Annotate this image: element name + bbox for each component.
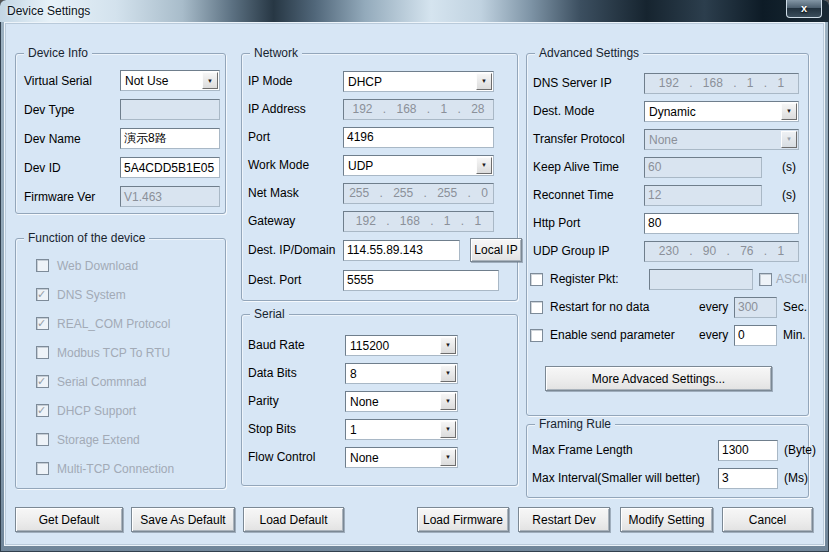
reconnet-unit: (s): [782, 188, 796, 202]
baud-rate-select[interactable]: 115200 ▼: [345, 335, 458, 356]
work-mode-select[interactable]: UDP ▼: [343, 155, 494, 176]
function-label: REAL_COM Protocol: [57, 317, 170, 331]
udp-group-field: 230 . 90 . 76 . 1: [644, 241, 799, 262]
function-item: ✓ Modbus TCP To RTU: [36, 338, 225, 367]
register-pkt-label: Register Pkt:: [550, 272, 619, 286]
chevron-down-icon: ▼: [781, 131, 797, 148]
dev-type-field: [120, 99, 220, 120]
chevron-down-icon[interactable]: ▼: [440, 393, 456, 410]
max-interval-input[interactable]: [718, 468, 778, 489]
title-bar[interactable]: Device Settings x: [0, 0, 829, 22]
baud-rate-value: 115200: [350, 339, 389, 353]
virtual-serial-value: Not Use: [125, 74, 168, 88]
function-item: ✓ Multi-TCP Connection: [36, 454, 225, 483]
work-mode-value: UDP: [348, 159, 373, 173]
parity-row: Parity None ▼: [248, 387, 517, 415]
checkbox: ✓: [36, 288, 49, 301]
function-item: ✓ DHCP Support: [36, 396, 225, 425]
work-mode-label: Work Mode: [248, 158, 343, 172]
http-port-input[interactable]: [644, 213, 799, 234]
dev-name-label: Dev Name: [24, 132, 120, 146]
load-firmware-button[interactable]: Load Firmware: [417, 507, 509, 532]
stop-bits-label: Stop Bits: [248, 422, 345, 436]
max-interval-row: Max Interval(Smaller will better) (Ms): [532, 464, 808, 492]
firmware-row: Firmware Ver V1.463: [24, 182, 225, 211]
restart-no-data-row: ✓ Restart for no data every 300 Sec.: [533, 293, 808, 321]
send-parameter-checkbox[interactable]: ✓: [530, 329, 543, 342]
stop-bits-value: 1: [350, 423, 357, 437]
ip-mode-select[interactable]: DHCP ▼: [343, 71, 494, 92]
net-mask-row: Net Mask 255 . 255 . 255 . 0: [248, 179, 517, 207]
virtual-serial-select[interactable]: Not Use ▼: [120, 70, 220, 91]
restart-no-data-label: Restart for no data: [550, 300, 649, 314]
close-icon[interactable]: x: [786, 0, 822, 18]
ip-mode-value: DHCP: [348, 75, 382, 89]
parity-value: None: [350, 395, 379, 409]
reconnet-field: 12: [644, 185, 762, 206]
firmware-label: Firmware Ver: [24, 190, 120, 204]
checkbox: ✓: [36, 433, 49, 446]
data-bits-row: Data Bits 8 ▼: [248, 359, 517, 387]
transfer-protocol-row: Transfer Protocol None ▼: [533, 125, 808, 153]
chevron-down-icon[interactable]: ▼: [440, 365, 456, 382]
get-default-button[interactable]: Get Default: [15, 507, 123, 532]
virtual-serial-label: Virtual Serial: [24, 74, 120, 88]
chevron-down-icon[interactable]: ▼: [440, 337, 456, 354]
register-pkt-checkbox[interactable]: ✓: [530, 273, 543, 286]
dest-port-row: Dest. Port: [248, 265, 517, 295]
chevron-down-icon[interactable]: ▼: [476, 157, 492, 174]
stop-bits-select[interactable]: 1 ▼: [345, 419, 458, 440]
chevron-down-icon[interactable]: ▼: [202, 72, 218, 89]
dest-ip-row: Dest. IP/Domain Local IP: [248, 235, 517, 265]
chevron-down-icon[interactable]: ▼: [440, 421, 456, 438]
chevron-down-icon[interactable]: ▼: [440, 449, 456, 466]
transfer-protocol-label: Transfer Protocol: [533, 132, 644, 146]
group-serial: Serial Baud Rate 115200 ▼ Data Bits 8 ▼: [241, 314, 518, 486]
reconnet-row: Reconnet Time 12 (s): [533, 181, 808, 209]
restart-dev-button[interactable]: Restart Dev: [518, 507, 610, 532]
dest-ip-input[interactable]: [343, 240, 460, 261]
parity-select[interactable]: None ▼: [345, 391, 458, 412]
dev-id-input[interactable]: [120, 157, 220, 178]
data-bits-select[interactable]: 8 ▼: [345, 363, 458, 384]
stop-bits-row: Stop Bits 1 ▼: [248, 415, 517, 443]
flow-control-value: None: [350, 451, 379, 465]
baud-rate-label: Baud Rate: [248, 338, 345, 352]
dev-name-input[interactable]: [120, 128, 220, 149]
dev-type-row: Dev Type: [24, 95, 225, 124]
restart-every-label: every: [699, 300, 728, 314]
function-item: ✓ Web Download: [36, 251, 225, 280]
flow-control-row: Flow Control None ▼: [248, 443, 517, 471]
dest-mode-select[interactable]: Dynamic ▼: [644, 101, 799, 122]
restart-no-data-checkbox[interactable]: ✓: [530, 301, 543, 314]
gateway-field: 192 . 168 . 1 . 1: [343, 211, 494, 232]
max-interval-unit: (Ms): [784, 471, 808, 485]
max-frame-input[interactable]: [718, 440, 778, 461]
chevron-down-icon[interactable]: ▼: [781, 103, 797, 120]
chevron-down-icon[interactable]: ▼: [476, 73, 492, 90]
more-advanced-settings-button[interactable]: More Advaced Settings...: [545, 366, 772, 391]
flow-control-select[interactable]: None ▼: [345, 447, 458, 468]
dev-id-row: Dev ID: [24, 153, 225, 182]
checkbox: ✓: [36, 346, 49, 359]
function-label: Storage Extend: [57, 433, 140, 447]
local-ip-button[interactable]: Local IP: [470, 238, 522, 262]
dialog-client-area: Device Info Virtual Serial Not Use ▼ Dev…: [4, 22, 825, 546]
max-frame-row: Max Frame Length (Byte): [532, 436, 808, 464]
function-item: ✓ Storage Extend: [36, 425, 225, 454]
dest-ip-label: Dest. IP/Domain: [248, 243, 343, 257]
port-input[interactable]: [343, 127, 494, 148]
modify-setting-button[interactable]: Modify Setting: [620, 507, 713, 532]
cancel-button[interactable]: Cancel: [722, 507, 813, 532]
restart-unit: Sec.: [783, 300, 807, 314]
send-minutes-input[interactable]: [734, 325, 777, 346]
work-mode-row: Work Mode UDP ▼: [248, 151, 517, 179]
checkbox: ✓: [36, 375, 49, 388]
send-every-label: every: [699, 328, 728, 342]
keep-alive-row: Keep Alive Time 60 (s): [533, 153, 808, 181]
save-as-default-button[interactable]: Save As Default: [131, 507, 235, 532]
dev-id-label: Dev ID: [24, 161, 120, 175]
dest-port-input[interactable]: [343, 270, 499, 291]
load-default-button[interactable]: Load Default: [243, 507, 344, 532]
keep-alive-label: Keep Alive Time: [533, 160, 644, 174]
